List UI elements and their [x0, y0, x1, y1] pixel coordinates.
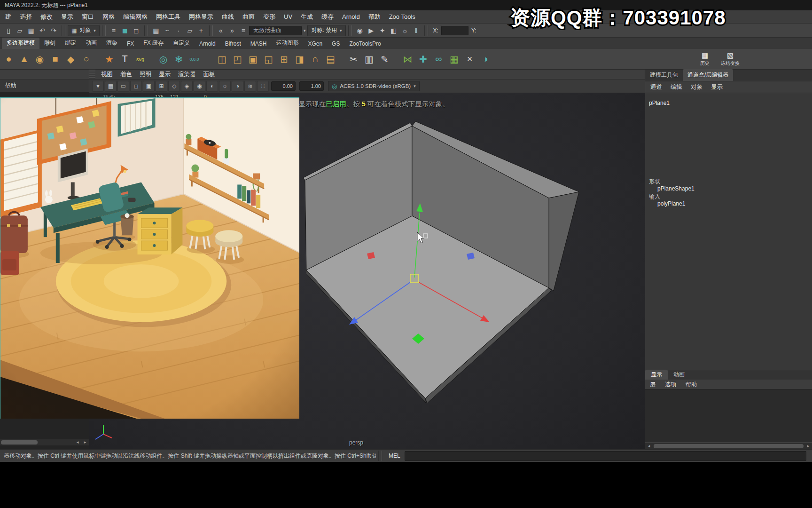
- inputs-icon[interactable]: «: [215, 25, 226, 36]
- bevel-icon[interactable]: ◨: [292, 50, 307, 68]
- menu-item[interactable]: 网格工具: [152, 13, 185, 21]
- shelf-tab[interactable]: 动画: [81, 38, 102, 49]
- menu-item[interactable]: 网格: [98, 13, 119, 21]
- menu-item[interactable]: 曲线: [218, 13, 238, 21]
- origin-zero-icon[interactable]: 0,0,0: [187, 50, 202, 68]
- snap-point-icon[interactable]: ∙: [173, 25, 184, 36]
- freeze-transform-shelf-button[interactable]: ▧ 冻结变换: [719, 50, 742, 69]
- right-panel-tab[interactable]: 建模工具包: [645, 69, 683, 81]
- light-editor-icon[interactable]: ☼: [399, 25, 411, 36]
- curve-star-icon[interactable]: ★: [102, 50, 117, 68]
- construction-history-icon[interactable]: ≡: [238, 25, 249, 36]
- shelf-tab[interactable]: MASH: [246, 39, 272, 49]
- history-shelf-button[interactable]: ▦ 历史: [694, 50, 716, 69]
- shelf-tab[interactable]: XGen: [303, 39, 327, 49]
- menu-item[interactable]: 选择: [16, 13, 36, 21]
- zoo-grid-icon[interactable]: ▦: [446, 50, 462, 68]
- ipr-render-icon[interactable]: ▶: [366, 25, 377, 36]
- mirror-icon[interactable]: ⋈: [400, 50, 415, 68]
- shelf-tab[interactable]: GS: [327, 39, 344, 49]
- scrollbar-thumb[interactable]: [654, 444, 804, 448]
- pause-icon[interactable]: ‖: [411, 25, 422, 36]
- shelf-spacer[interactable]: [148, 50, 156, 68]
- menu-item[interactable]: 显示: [57, 13, 78, 21]
- poly-soccerball-icon[interactable]: ○: [78, 50, 94, 68]
- viewport-menu-item[interactable]: 着色: [117, 71, 136, 79]
- viewport-menu-item[interactable]: 视图: [97, 71, 117, 79]
- film-gate-icon[interactable]: ▭: [117, 81, 129, 92]
- reference-image-window[interactable]: [0, 97, 299, 419]
- menu-item[interactable]: Zoo Tools: [385, 13, 420, 20]
- channel-box-menu-item[interactable]: 通道: [646, 83, 666, 91]
- multisample-icon[interactable]: ∷: [257, 81, 269, 92]
- save-scene-icon[interactable]: ▦: [25, 25, 37, 36]
- fill-hole-icon[interactable]: ▤: [323, 50, 338, 68]
- zoo-select-icon[interactable]: ✚: [415, 50, 431, 68]
- menu-item[interactable]: 修改: [36, 13, 57, 21]
- hypershade-icon[interactable]: ◧: [388, 25, 399, 36]
- layer-editor-tab[interactable]: 动画: [668, 370, 690, 380]
- insert-edge-loop-icon[interactable]: ▥: [361, 50, 377, 68]
- shelf-tab[interactable]: 自定义: [168, 38, 195, 49]
- scroll-right-icon[interactable]: ►: [804, 444, 812, 448]
- shelf-tab[interactable]: ZooToolsPro: [344, 39, 385, 49]
- right-panel-tab[interactable]: 通道盒/层编辑器: [683, 69, 733, 81]
- shelf-tab[interactable]: 多边形建模: [2, 38, 39, 49]
- menu-item[interactable]: 变形: [259, 13, 280, 21]
- command-line-language-toggle[interactable]: MEL: [384, 452, 405, 459]
- command-line-input[interactable]: [405, 451, 806, 461]
- svg-tool-icon[interactable]: svg: [133, 50, 148, 68]
- multi-cut-icon[interactable]: ✂: [346, 50, 361, 68]
- scrollbar-thumb[interactable]: [1, 440, 38, 444]
- open-scene-icon[interactable]: ▱: [14, 25, 25, 36]
- viewport-menu-item[interactable]: 显示: [155, 71, 174, 79]
- selection-mode-dropdown[interactable]: ▦ 对象 ▾: [68, 25, 100, 36]
- type-tool-icon[interactable]: T: [117, 50, 133, 68]
- exposure-field[interactable]: 0.00: [271, 81, 296, 91]
- menu-item[interactable]: 建: [1, 13, 16, 21]
- safe-action-icon[interactable]: ◇: [168, 81, 180, 92]
- select-hierarchy-icon[interactable]: ≡: [108, 25, 119, 36]
- select-component-icon[interactable]: ◻: [131, 25, 142, 36]
- safe-title-icon[interactable]: ◈: [181, 81, 193, 92]
- menu-item[interactable]: 编辑网格: [119, 13, 152, 21]
- layer-editor-menu-item[interactable]: 层: [645, 381, 660, 389]
- snap-curve-icon[interactable]: ~: [162, 25, 173, 36]
- render-settings-icon[interactable]: ✦: [377, 25, 388, 36]
- menu-item[interactable]: UV: [280, 13, 297, 20]
- layer-editor-tab[interactable]: 显示: [645, 370, 668, 380]
- combine-icon[interactable]: ◫: [214, 50, 230, 68]
- shelf-tab[interactable]: 渲染: [102, 38, 122, 49]
- shelf-tab[interactable]: FX 缓存: [139, 38, 168, 49]
- grid-toggle-icon[interactable]: ▦: [105, 81, 117, 92]
- left-panel-help-menu[interactable]: 帮助: [5, 82, 16, 90]
- redo-icon[interactable]: ↷: [48, 25, 59, 36]
- separate-icon[interactable]: ◰: [230, 50, 245, 68]
- outputs-icon[interactable]: »: [226, 25, 238, 36]
- symmetry-dropdown[interactable]: 对称: 禁用 ▾: [307, 25, 345, 36]
- extrude-icon[interactable]: ⊞: [276, 50, 292, 68]
- selected-object-name[interactable]: pPlane1: [649, 100, 670, 106]
- poly-ball-icon[interactable]: ◉: [32, 50, 47, 68]
- snap-view-icon[interactable]: +: [195, 25, 207, 36]
- shelf-spacer[interactable]: [94, 50, 102, 68]
- shape-node-name[interactable]: pPlaneShape1: [657, 185, 695, 192]
- bridge-icon[interactable]: ∩: [307, 50, 323, 68]
- layer-list[interactable]: [645, 389, 812, 442]
- isolate-select-icon[interactable]: ◉: [194, 81, 205, 92]
- render-icon[interactable]: ◉: [354, 25, 366, 36]
- right-panel-hscrollbar[interactable]: ◄ ►: [645, 443, 812, 449]
- shelf-spacer[interactable]: [338, 50, 346, 68]
- shelf-tab[interactable]: 运动图形: [271, 38, 303, 49]
- poly-sphere-icon[interactable]: ●: [1, 50, 16, 68]
- shelf-tab[interactable]: 雕刻: [39, 38, 60, 49]
- input-node-name[interactable]: polyPlane1: [657, 200, 685, 207]
- resolution-gate-icon[interactable]: ◻: [130, 81, 142, 92]
- new-scene-icon[interactable]: ▯: [3, 25, 14, 36]
- poly-cone-icon[interactable]: ▲: [16, 50, 32, 68]
- poly-pyramid-icon[interactable]: ◆: [63, 50, 78, 68]
- zoo-loop-icon[interactable]: ∞: [431, 50, 446, 68]
- field-chart-icon[interactable]: ⊞: [156, 81, 167, 92]
- smooth-icon[interactable]: ▣: [245, 50, 261, 68]
- gamma-field[interactable]: 1.00: [299, 81, 324, 91]
